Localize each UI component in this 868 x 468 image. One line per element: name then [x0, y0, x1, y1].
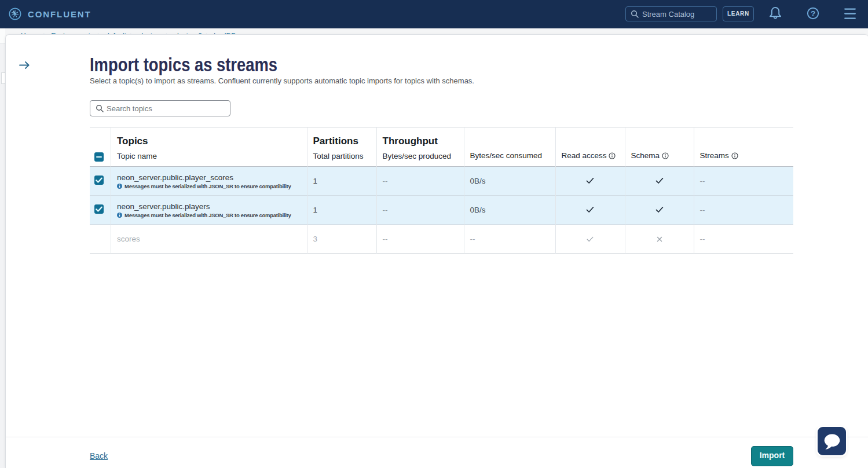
svg-text:?: ? [811, 9, 815, 18]
